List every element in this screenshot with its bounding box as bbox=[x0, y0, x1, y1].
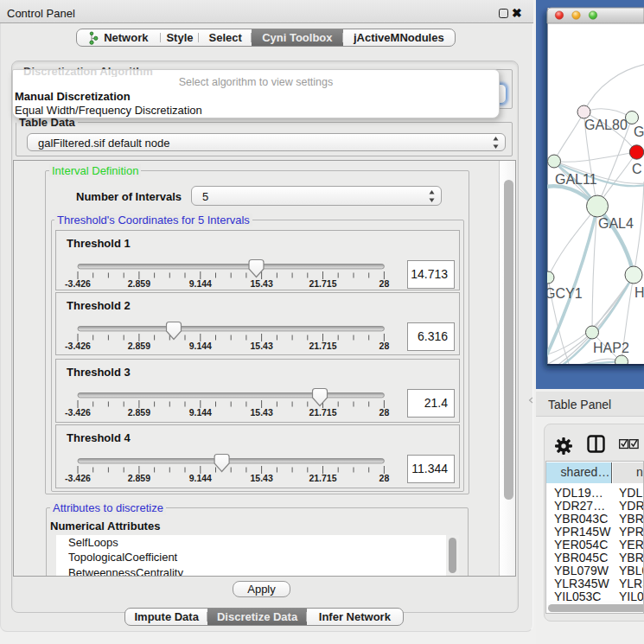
svg-text:9.144: 9.144 bbox=[189, 407, 212, 418]
svg-text:21.715: 21.715 bbox=[309, 407, 336, 418]
svg-text:21.715: 21.715 bbox=[309, 278, 336, 289]
svg-text:9.144: 9.144 bbox=[189, 278, 212, 289]
svg-text:C: C bbox=[632, 162, 642, 176]
svg-text:28: 28 bbox=[379, 473, 390, 483]
svg-text:GAL11: GAL11 bbox=[555, 172, 597, 187]
svg-text:15.43: 15.43 bbox=[250, 473, 272, 483]
svg-text:2.859: 2.859 bbox=[128, 341, 150, 351]
svg-text:GAL4: GAL4 bbox=[598, 216, 634, 231]
svg-text:-3.426: -3.426 bbox=[65, 473, 91, 483]
svg-text:21.715: 21.715 bbox=[309, 341, 336, 351]
svg-text:15.43: 15.43 bbox=[250, 341, 272, 351]
svg-text:GA: GA bbox=[634, 124, 644, 139]
svg-text:GAL80: GAL80 bbox=[584, 118, 628, 132]
svg-text:-3.426: -3.426 bbox=[65, 278, 91, 289]
svg-text:15.43: 15.43 bbox=[250, 278, 272, 289]
svg-text:28: 28 bbox=[379, 341, 390, 351]
svg-text:2.859: 2.859 bbox=[128, 473, 150, 483]
svg-text:28: 28 bbox=[379, 278, 390, 289]
svg-text:2.859: 2.859 bbox=[128, 407, 150, 418]
svg-text:15.43: 15.43 bbox=[250, 407, 272, 418]
svg-text:H: H bbox=[634, 285, 644, 300]
svg-text:28: 28 bbox=[379, 407, 390, 418]
svg-text:9.144: 9.144 bbox=[189, 473, 212, 483]
svg-text:-3.426: -3.426 bbox=[65, 407, 91, 418]
svg-text:GCY1: GCY1 bbox=[545, 286, 583, 301]
svg-text:-3.426: -3.426 bbox=[65, 341, 91, 351]
svg-text:2.859: 2.859 bbox=[128, 278, 150, 289]
svg-text:21.715: 21.715 bbox=[309, 473, 336, 483]
svg-text:HAP2: HAP2 bbox=[593, 341, 629, 355]
svg-text:9.144: 9.144 bbox=[189, 341, 212, 351]
